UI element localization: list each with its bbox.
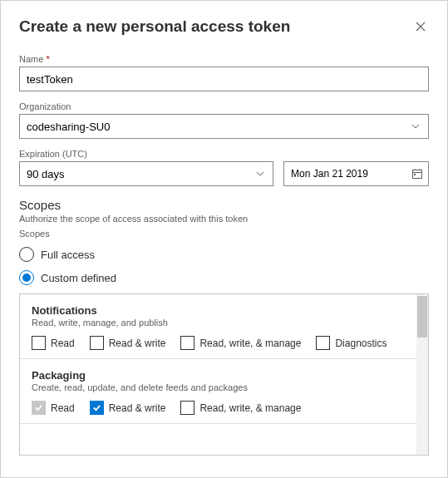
- name-field: Name *: [19, 54, 429, 91]
- scope-section-desc: Create, read, update, and delete feeds a…: [32, 382, 416, 392]
- checkbox-icon: [90, 336, 104, 350]
- organization-select[interactable]: [19, 114, 429, 139]
- checkbox-item: Read: [32, 401, 75, 415]
- checkbox-icon: [316, 336, 330, 350]
- radio-icon: [19, 247, 34, 262]
- checkbox-label: Read: [51, 338, 75, 349]
- radio-icon: [19, 270, 34, 285]
- expiration-duration-select[interactable]: [19, 161, 273, 186]
- checkbox-label: Read, write, & manage: [199, 338, 301, 349]
- scopes-radio-group: Full access Custom defined: [19, 247, 429, 285]
- organization-input[interactable]: [19, 114, 429, 139]
- radio-label: Custom defined: [41, 272, 116, 284]
- organization-field: Organization: [19, 101, 429, 139]
- scrollbar-thumb[interactable]: [417, 296, 427, 338]
- scope-section-title: Packaging: [32, 369, 416, 382]
- close-button[interactable]: [412, 18, 429, 35]
- scope-section-desc: Read, write, manage, and publish: [32, 318, 416, 328]
- checkbox-icon: [180, 401, 194, 415]
- checkbox-item[interactable]: Diagnostics: [316, 336, 386, 350]
- checkbox-item[interactable]: Read & write: [90, 401, 166, 415]
- name-label: Name *: [19, 54, 429, 64]
- radio-full-access[interactable]: Full access: [19, 247, 429, 262]
- checkbox-item[interactable]: Read: [32, 336, 75, 350]
- expiration-date-input[interactable]: [283, 161, 429, 186]
- required-asterisk: *: [46, 54, 49, 64]
- radio-custom-defined[interactable]: Custom defined: [19, 270, 429, 285]
- checkbox-label: Diagnostics: [335, 338, 386, 349]
- scopes-title: Scopes: [19, 198, 429, 212]
- scopes-subtitle: Authorize the scope of access associated…: [19, 214, 429, 224]
- expiration-label: Expiration (UTC): [19, 149, 429, 159]
- expiration-date-wrap: [283, 161, 429, 186]
- create-token-panel: Create a new personal access token Name …: [0, 0, 448, 478]
- name-input[interactable]: [19, 67, 429, 91]
- scopes-group-label: Scopes: [19, 229, 429, 239]
- checkbox-label: Read, write, & manage: [199, 402, 301, 414]
- scopes-list[interactable]: NotificationsRead, write, manage, and pu…: [19, 293, 429, 456]
- checkbox-label: Read & write: [109, 338, 166, 349]
- checkbox-icon: [32, 336, 46, 350]
- panel-title: Create a new personal access token: [19, 17, 290, 36]
- checkbox-row: ReadRead & writeRead, write, & manageDia…: [32, 336, 416, 350]
- checkbox-label: Read & write: [109, 402, 166, 414]
- checkbox-item[interactable]: Read, write, & manage: [180, 336, 301, 350]
- expiration-duration-input[interactable]: [19, 161, 273, 186]
- checkbox-item[interactable]: Read & write: [90, 336, 166, 350]
- scope-section-packaging: PackagingCreate, read, update, and delet…: [20, 359, 428, 424]
- checkbox-icon: [180, 336, 194, 350]
- expiration-field: Expiration (UTC): [19, 149, 429, 186]
- checkbox-label: Read: [51, 402, 75, 414]
- radio-label: Full access: [41, 249, 95, 261]
- panel-header: Create a new personal access token: [19, 17, 429, 36]
- scope-section-notifications: NotificationsRead, write, manage, and pu…: [20, 294, 428, 359]
- close-icon: [416, 22, 426, 32]
- checkbox-item[interactable]: Read, write, & manage: [180, 401, 301, 415]
- checkbox-row: ReadRead & writeRead, write, & manage: [32, 401, 416, 415]
- scope-section-title: Notifications: [32, 304, 416, 317]
- checkbox-icon: [90, 401, 104, 415]
- checkbox-icon: [32, 401, 46, 415]
- scrollbar-track[interactable]: [416, 294, 428, 455]
- organization-label: Organization: [19, 101, 429, 111]
